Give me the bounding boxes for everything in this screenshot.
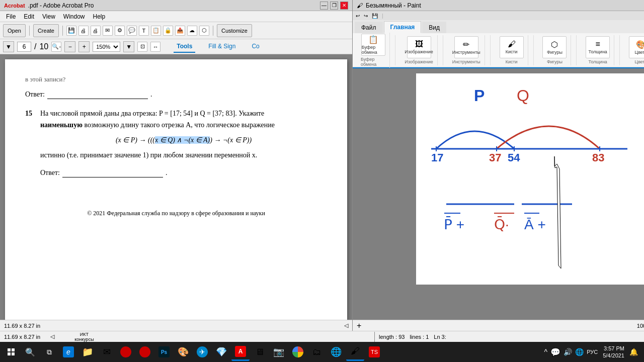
acrobat-menubar: File Edit View Window Help <box>0 11 352 22</box>
email-icon[interactable]: ✉ <box>103 26 113 36</box>
menu-window[interactable]: Window <box>59 12 89 21</box>
menu-file[interactable]: File <box>2 12 20 21</box>
page-separator: / <box>34 42 36 51</box>
open-button[interactable]: Open <box>3 24 26 37</box>
fit-width-icon[interactable]: ↔ <box>150 42 160 52</box>
minimize-button[interactable]: — <box>320 2 328 10</box>
browser2-icon: 🌐 <box>331 346 342 357</box>
brushes-button[interactable]: 🖌 Кисти <box>500 36 524 58</box>
paint-toolbar: 📋 Буфер обмена Буфер обмена 🖼 Изображени… <box>353 33 644 67</box>
taskbar-chrome[interactable] <box>289 343 307 361</box>
mail-icon: ✉ <box>103 346 111 357</box>
taskbar-chrome-red[interactable] <box>136 343 154 361</box>
save-quick-icon[interactable]: 💾 <box>372 13 378 19</box>
zoom-out-icon[interactable]: 🔍- <box>51 42 61 52</box>
q-label: Q <box>517 86 529 105</box>
tab-view[interactable]: Вид <box>422 22 446 33</box>
taskbar-paint-app[interactable]: 🖌 <box>346 343 364 361</box>
quick-access-bar: ↩ ↪ 💾 | <box>353 11 644 20</box>
taskbar-app2[interactable]: 🖥 <box>251 343 269 361</box>
close-button[interactable]: ✕ <box>340 2 348 10</box>
tab-tools[interactable]: Tools <box>174 41 195 53</box>
ribbon-separator3 <box>490 35 491 65</box>
menu-help[interactable]: Help <box>89 12 110 21</box>
task-view-button[interactable]: ⧉ <box>40 343 58 361</box>
acrobat-content: в этой записи? Ответ: . 15 На числовой п… <box>0 54 352 320</box>
chrome-icon <box>292 346 303 357</box>
tools-button[interactable]: ✏ Инструменты <box>454 36 478 58</box>
colors-icon: 🎨 <box>636 40 644 49</box>
image-label: Изображение <box>405 49 433 54</box>
tool5-icon[interactable]: ☁ <box>187 26 197 36</box>
taskbar-paint3d-app[interactable]: 🎨 <box>174 343 192 361</box>
paint-canvas-area[interactable]: P Q <box>353 68 644 320</box>
zoom-drop-button[interactable]: ▼ <box>123 41 134 52</box>
menu-edit[interactable]: Edit <box>20 12 38 21</box>
undo-icon[interactable]: ↩ <box>356 13 360 19</box>
start-button[interactable] <box>2 343 20 361</box>
paint-canvas[interactable]: P Q <box>416 73 644 285</box>
comment-icon[interactable]: 💬 <box>127 26 137 36</box>
tray-volume-icon[interactable]: 🔊 <box>564 348 572 356</box>
tab-home[interactable]: Главная <box>384 21 422 33</box>
taskbar-edge[interactable]: e <box>59 343 77 361</box>
ribbon-separator2 <box>443 35 443 65</box>
menu-view[interactable]: View <box>38 12 59 21</box>
taskbar-ts3[interactable]: TS <box>365 343 383 361</box>
print-icon[interactable]: 🖨 <box>91 26 101 36</box>
taskbar-photoshop[interactable]: Ps <box>155 343 173 361</box>
save-icon[interactable]: 💾 <box>66 26 76 36</box>
customize-button[interactable]: Customize <box>217 24 252 37</box>
page-input[interactable] <box>17 42 31 52</box>
scroll-left-icon: ◁ <box>50 333 54 340</box>
shapes-button[interactable]: ⬡ Фигуры <box>542 36 567 58</box>
tool2-icon[interactable]: 📋 <box>151 26 161 36</box>
print-preview-icon[interactable]: 🖨 <box>78 26 89 36</box>
taskbar-mail[interactable]: ✉ <box>98 343 116 361</box>
system-clock[interactable]: 3:57 PM 5/4/2021 <box>601 345 626 359</box>
tool4-icon[interactable]: 📤 <box>175 26 185 36</box>
taskbar-camera[interactable]: 📷 <box>270 343 288 361</box>
tool6-icon[interactable]: ⬡ <box>199 26 209 36</box>
tools-label: Инструменты <box>452 50 480 55</box>
screen: Acrobat .pdf - Adobe Acrobat Pro — ❐ ✕ F… <box>0 0 644 362</box>
image-button[interactable]: 🖼 Изображение <box>407 36 431 58</box>
taskbar-antivirus[interactable] <box>117 343 135 361</box>
tab-co[interactable]: Co <box>249 41 262 53</box>
create-button[interactable]: Create <box>33 24 59 37</box>
tray-network-icon[interactable]: 🌐 <box>575 348 584 356</box>
tray-expand-icon[interactable]: ^ <box>544 348 548 356</box>
tab-fillsign[interactable]: Fill & Sign <box>205 41 238 53</box>
size-button[interactable]: ≡ Толщина <box>586 36 610 58</box>
clipboard-button[interactable]: 📋 Буфер обмена <box>361 34 385 56</box>
settings-icon[interactable]: ⚙ <box>115 26 125 36</box>
zoom-select[interactable]: 150% 100% 75% <box>93 42 120 52</box>
restore-button[interactable]: ❐ <box>330 2 338 10</box>
explorer-icon: 📁 <box>82 346 93 357</box>
prev-page-button[interactable]: ▼ <box>3 41 14 52</box>
zoom-out-button[interactable]: − <box>64 41 75 52</box>
shapes-icon: ⬡ <box>551 40 558 49</box>
search-button[interactable]: 🔍 <box>21 343 39 361</box>
notification-icon[interactable]: 🔔 <box>629 348 638 356</box>
taskbar-acrobat[interactable]: A <box>231 343 250 361</box>
taskbar-telegram[interactable]: ✈ <box>193 343 211 361</box>
fit-page-icon[interactable]: ⊡ <box>137 42 147 52</box>
tool1-icon[interactable]: T <box>139 26 149 36</box>
tool3-icon[interactable]: 🔒 <box>163 26 173 36</box>
zoom-in-button[interactable]: + <box>78 41 90 52</box>
taskbar-explorer[interactable]: 📁 <box>78 343 97 361</box>
lang-indicator[interactable]: РУС <box>587 349 598 355</box>
taskbar-app1[interactable]: 💎 <box>212 343 230 361</box>
scroll-indicator: ◁ <box>344 322 348 329</box>
paint-plus-btn[interactable]: + <box>357 321 361 330</box>
nav-bar: ▼ / 10 🔍- − + 150% 100% 75% ▼ ⊡ ↔ Tools … <box>0 39 352 54</box>
q-arc <box>497 126 600 149</box>
colors-button[interactable]: 🎨 Цвета <box>629 36 644 58</box>
page-footer: © 2021 Федеральная служба по надзору в с… <box>25 199 327 218</box>
taskbar-browser2[interactable]: 🌐 <box>327 343 345 361</box>
taskbar-files[interactable]: 🗂 <box>308 343 326 361</box>
tray-chat-icon[interactable]: 💬 <box>550 347 560 357</box>
redo-icon[interactable]: ↪ <box>364 13 368 19</box>
tab-file[interactable]: Файл <box>355 22 383 33</box>
